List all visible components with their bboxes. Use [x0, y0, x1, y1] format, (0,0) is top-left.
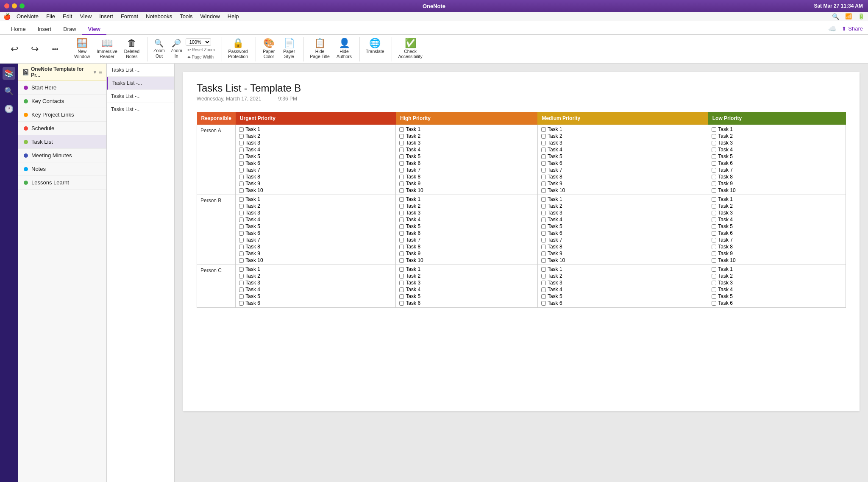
task-checkbox[interactable] — [712, 281, 716, 285]
task-checkbox[interactable] — [239, 161, 244, 166]
task-checkbox[interactable] — [239, 281, 244, 285]
section-item-task-list[interactable]: Task List — [18, 135, 106, 149]
zoom-out-button[interactable]: 🔍 ZoomOut — [151, 38, 167, 60]
task-checkbox[interactable] — [541, 188, 546, 193]
task-checkbox[interactable] — [399, 274, 404, 279]
task-checkbox[interactable] — [541, 148, 546, 152]
spotlight-icon[interactable]: 🔍 — [832, 13, 839, 20]
task-checkbox[interactable] — [712, 238, 716, 242]
task-checkbox[interactable] — [399, 211, 404, 215]
task-checkbox[interactable] — [399, 175, 404, 179]
menu-window[interactable]: Window — [197, 13, 223, 20]
task-checkbox[interactable] — [239, 267, 244, 272]
task-checkbox[interactable] — [541, 204, 546, 209]
new-window-button[interactable]: 🪟 NewWindow — [72, 37, 92, 61]
menu-format[interactable]: Format — [117, 13, 142, 20]
task-checkbox[interactable] — [712, 245, 716, 249]
share-button[interactable]: ⬆ Share — [842, 25, 863, 32]
task-checkbox[interactable] — [541, 258, 546, 263]
task-checkbox[interactable] — [712, 287, 716, 292]
task-checkbox[interactable] — [712, 188, 716, 193]
task-checkbox[interactable] — [541, 141, 546, 145]
task-checkbox[interactable] — [399, 287, 404, 292]
task-checkbox[interactable] — [712, 168, 716, 173]
task-checkbox[interactable] — [239, 217, 244, 222]
task-checkbox[interactable] — [541, 281, 546, 285]
task-checkbox[interactable] — [239, 181, 244, 186]
task-checkbox[interactable] — [399, 281, 404, 285]
task-checkbox[interactable] — [239, 287, 244, 292]
task-checkbox[interactable] — [541, 251, 546, 256]
task-checkbox[interactable] — [239, 258, 244, 263]
immersive-reader-button[interactable]: 📖 ImmersiveReader — [94, 37, 120, 61]
menu-insert[interactable]: Insert — [96, 13, 117, 20]
hide-authors-button[interactable]: 👤 HideAuthors — [334, 37, 354, 61]
section-item-schedule[interactable]: Schedule — [18, 122, 106, 135]
task-checkbox[interactable] — [399, 224, 404, 229]
task-checkbox[interactable] — [712, 301, 716, 306]
task-checkbox[interactable] — [239, 148, 244, 152]
section-item-notes[interactable]: Notes — [18, 162, 106, 176]
task-checkbox[interactable] — [541, 231, 546, 236]
task-checkbox[interactable] — [712, 141, 716, 145]
zoom-in-button[interactable]: 🔎 ZoomIn — [168, 38, 185, 60]
task-checkbox[interactable] — [541, 175, 546, 179]
hide-page-title-button[interactable]: 📋 HidePage Title — [307, 37, 332, 61]
task-checkbox[interactable] — [239, 251, 244, 256]
menu-notebooks[interactable]: Notebooks — [142, 13, 175, 20]
paper-color-button[interactable]: 🎨 PaperColor — [259, 37, 278, 61]
task-checkbox[interactable] — [399, 301, 404, 306]
task-checkbox[interactable] — [712, 231, 716, 236]
task-checkbox[interactable] — [399, 168, 404, 173]
menu-view[interactable]: View — [76, 13, 95, 20]
password-protection-button[interactable]: 🔒 PasswordProtection — [225, 37, 250, 61]
task-checkbox[interactable] — [399, 127, 404, 132]
task-checkbox[interactable] — [712, 175, 716, 179]
task-checkbox[interactable] — [239, 197, 244, 202]
task-checkbox[interactable] — [541, 217, 546, 222]
task-checkbox[interactable] — [239, 204, 244, 209]
task-checkbox[interactable] — [399, 258, 404, 263]
task-checkbox[interactable] — [541, 301, 546, 306]
more-button[interactable]: ••• — [46, 45, 64, 54]
page-item-1[interactable]: Tasks List -... — [107, 64, 174, 77]
task-checkbox[interactable] — [541, 287, 546, 292]
notebooks-sidebar-icon[interactable]: 📚 — [3, 67, 15, 80]
section-item-lessons[interactable]: Lessons Learnt — [18, 176, 106, 189]
task-checkbox[interactable] — [541, 224, 546, 229]
task-checkbox[interactable] — [239, 175, 244, 179]
page-item-2[interactable]: Tasks List -... — [107, 77, 174, 90]
menu-file[interactable]: File — [43, 13, 58, 20]
task-checkbox[interactable] — [541, 134, 546, 139]
task-checkbox[interactable] — [399, 148, 404, 152]
menu-help[interactable]: Help — [224, 13, 242, 20]
paper-style-button[interactable]: 📄 PaperStyle — [280, 37, 298, 61]
task-checkbox[interactable] — [399, 294, 404, 299]
task-checkbox[interactable] — [712, 267, 716, 272]
task-checkbox[interactable] — [541, 127, 546, 132]
task-checkbox[interactable] — [541, 267, 546, 272]
task-checkbox[interactable] — [712, 181, 716, 186]
task-checkbox[interactable] — [712, 211, 716, 215]
menu-onenote[interactable]: OneNote — [13, 13, 42, 20]
task-checkbox[interactable] — [541, 238, 546, 242]
task-checkbox[interactable] — [399, 197, 404, 202]
task-checkbox[interactable] — [399, 141, 404, 145]
task-checkbox[interactable] — [541, 211, 546, 215]
task-checkbox[interactable] — [712, 224, 716, 229]
task-checkbox[interactable] — [239, 211, 244, 215]
task-checkbox[interactable] — [239, 224, 244, 229]
task-checkbox[interactable] — [712, 161, 716, 166]
page-item-4[interactable]: Tasks List -... — [107, 103, 174, 116]
task-checkbox[interactable] — [239, 294, 244, 299]
task-checkbox[interactable] — [399, 154, 404, 159]
task-checkbox[interactable] — [239, 134, 244, 139]
maximize-button[interactable] — [19, 3, 25, 8]
task-checkbox[interactable] — [239, 301, 244, 306]
sort-icon[interactable]: ≡ — [99, 69, 102, 75]
task-checkbox[interactable] — [239, 188, 244, 193]
task-checkbox[interactable] — [399, 161, 404, 166]
task-checkbox[interactable] — [399, 181, 404, 186]
task-checkbox[interactable] — [399, 251, 404, 256]
task-checkbox[interactable] — [239, 154, 244, 159]
